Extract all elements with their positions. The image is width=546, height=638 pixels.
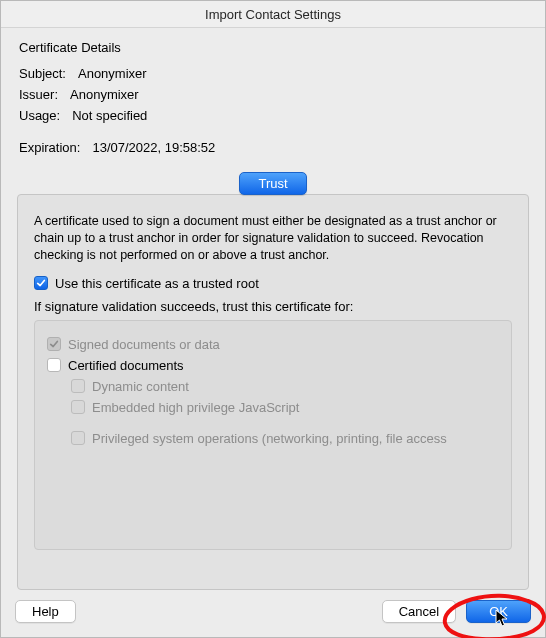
usage-row: Usage: Not specified	[19, 108, 529, 123]
use-as-trusted-root-label: Use this certificate as a trusted root	[55, 276, 259, 291]
opt-certified-documents[interactable]: Certified documents	[47, 358, 499, 373]
trust-description: A certificate used to sign a document mu…	[34, 213, 512, 264]
expiration-row: Expiration: 13/07/2022, 19:58:52	[19, 140, 529, 155]
if-validation-succeeds-label: If signature validation succeeds, trust …	[34, 299, 512, 314]
trust-panel: A certificate used to sign a document mu…	[17, 194, 529, 590]
opt-dynamic-label: Dynamic content	[92, 379, 189, 394]
ok-button[interactable]: OK	[466, 600, 531, 623]
cancel-button[interactable]: Cancel	[382, 600, 456, 623]
expiration-value: 13/07/2022, 19:58:52	[92, 140, 215, 155]
usage-label: Usage:	[19, 108, 60, 123]
subject-label: Subject:	[19, 66, 66, 81]
opt-certified-label: Certified documents	[68, 358, 184, 373]
opt-privileged-label: Privileged system operations (networking…	[92, 431, 447, 446]
help-button[interactable]: Help	[15, 600, 76, 623]
subject-row: Subject: Anonymixer	[19, 66, 529, 81]
dialog-footer: Help Cancel OK	[1, 590, 545, 637]
checkbox-checked-icon[interactable]	[34, 276, 48, 290]
certificate-details-header: Certificate Details	[19, 40, 529, 55]
checkbox-disabled-checked-icon	[47, 337, 61, 351]
opt-privileged-ops: Privileged system operations (networking…	[71, 431, 499, 446]
tab-trust[interactable]: Trust	[239, 172, 306, 195]
trust-options-panel: Signed documents or data Certified docum…	[34, 320, 512, 550]
opt-dynamic-content: Dynamic content	[71, 379, 499, 394]
opt-embedded-js: Embedded high privilege JavaScript	[71, 400, 499, 415]
usage-value: Not specified	[72, 108, 147, 123]
expiration-label: Expiration:	[19, 140, 80, 155]
checkbox-disabled-icon	[71, 431, 85, 445]
issuer-row: Issuer: Anonymixer	[19, 87, 529, 102]
opt-embedded-label: Embedded high privilege JavaScript	[92, 400, 299, 415]
tab-strip: Trust	[17, 172, 529, 195]
subject-value: Anonymixer	[78, 66, 147, 81]
import-contact-settings-dialog: Import Contact Settings Certificate Deta…	[0, 0, 546, 638]
opt-signed-documents: Signed documents or data	[47, 337, 499, 352]
checkbox-disabled-icon	[71, 379, 85, 393]
window-title: Import Contact Settings	[1, 1, 545, 28]
issuer-label: Issuer:	[19, 87, 58, 102]
content-area: Certificate Details Subject: Anonymixer …	[1, 28, 545, 590]
opt-signed-label: Signed documents or data	[68, 337, 220, 352]
use-as-trusted-root-row[interactable]: Use this certificate as a trusted root	[34, 276, 512, 291]
issuer-value: Anonymixer	[70, 87, 139, 102]
checkbox-unchecked-icon[interactable]	[47, 358, 61, 372]
checkbox-disabled-icon	[71, 400, 85, 414]
